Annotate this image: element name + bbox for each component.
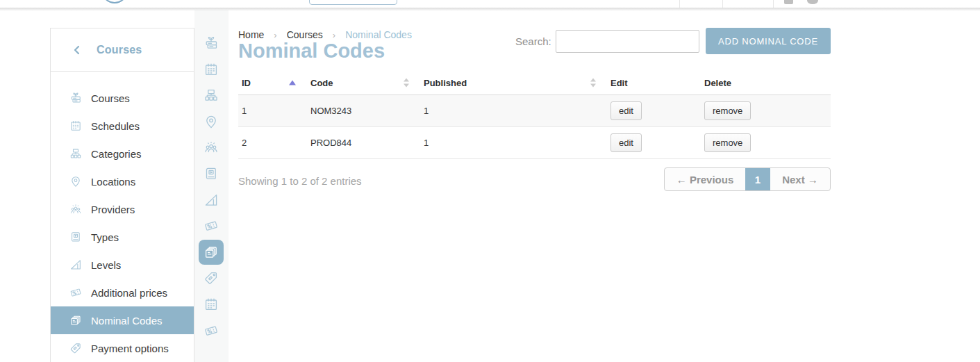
payment-options-icon bbox=[203, 270, 219, 286]
nominal-codes-table: ID Code Published Edit Delete bbox=[238, 72, 831, 159]
rail-item-levels[interactable] bbox=[199, 188, 224, 213]
sidebar-nav: Courses Schedules Categories Locations P… bbox=[51, 72, 194, 362]
pagination-previous-button[interactable]: ← Previous bbox=[665, 168, 745, 190]
header-divider bbox=[773, 0, 774, 8]
column-header-id[interactable]: ID bbox=[238, 72, 307, 94]
levels-icon bbox=[203, 192, 219, 208]
edit-button[interactable]: edit bbox=[611, 133, 642, 152]
sidebar-item-levels[interactable]: Levels bbox=[51, 251, 194, 279]
header-action-icon[interactable] bbox=[784, 0, 793, 4]
payment-options-icon bbox=[69, 341, 83, 355]
types-icon bbox=[69, 230, 83, 244]
rail-item-categories[interactable] bbox=[199, 83, 224, 108]
sidebar-item-locations[interactable]: Locations bbox=[51, 167, 194, 195]
rail-item-nominal-codes[interactable] bbox=[199, 240, 224, 265]
header-shadow bbox=[0, 8, 980, 11]
column-header-published[interactable]: Published bbox=[420, 72, 607, 94]
sidebar-item-payment-options[interactable]: Payment options bbox=[51, 334, 194, 362]
column-header-delete: Delete bbox=[701, 72, 831, 94]
app-logo-icon[interactable] bbox=[101, 0, 128, 3]
header-search-input[interactable] bbox=[309, 0, 397, 5]
sidebar-item-categories[interactable]: Categories bbox=[51, 140, 194, 167]
sort-both-icon bbox=[404, 79, 409, 88]
rail-item-locations[interactable] bbox=[199, 109, 224, 134]
main-content: Home › Courses › Nominal Codes Nominal C… bbox=[238, 0, 831, 362]
sort-ascending-icon bbox=[289, 81, 296, 85]
rail-item-courses[interactable] bbox=[199, 31, 224, 56]
sidebar-item-additional-prices[interactable]: Additional prices bbox=[51, 279, 194, 306]
levels-icon bbox=[69, 258, 83, 272]
sidebar-item-types[interactable]: Types bbox=[51, 223, 194, 251]
calendar-icon bbox=[203, 296, 219, 313]
search-label: Search: bbox=[515, 35, 551, 47]
additional-prices-icon bbox=[69, 286, 83, 299]
breadcrumb-home[interactable]: Home bbox=[238, 29, 264, 40]
breadcrumb-courses[interactable]: Courses bbox=[287, 29, 323, 40]
sidebar-collapse-button[interactable]: Courses bbox=[51, 28, 194, 72]
pagination: ← Previous 1 Next → bbox=[664, 167, 831, 191]
breadcrumb: Home › Courses › Nominal Codes bbox=[238, 29, 412, 40]
breadcrumb-nominal-codes: Nominal Codes bbox=[345, 29, 412, 40]
table-info: Showing 1 to 2 of 2 entries bbox=[238, 175, 362, 187]
sidebar-item-schedules[interactable]: Schedules bbox=[51, 112, 194, 140]
table-header-row: ID Code Published Edit Delete bbox=[238, 72, 831, 94]
ticket-icon bbox=[203, 322, 219, 339]
cell-published: 1 bbox=[420, 94, 607, 126]
types-icon bbox=[203, 165, 219, 182]
cell-published: 1 bbox=[420, 126, 607, 158]
column-header-code[interactable]: Code bbox=[307, 72, 420, 94]
rail-item-ticket[interactable] bbox=[199, 318, 224, 343]
table-row: 2 PROD844 1 edit remove bbox=[238, 126, 831, 158]
sidebar: Courses Courses Schedules Categories Loc… bbox=[50, 28, 194, 362]
header-divider bbox=[679, 0, 680, 8]
table-search: Search: bbox=[515, 30, 699, 53]
header-action-icon[interactable] bbox=[807, 0, 818, 4]
pagination-page-1-button[interactable]: 1 bbox=[745, 168, 770, 190]
sidebar-item-providers[interactable]: Providers bbox=[51, 195, 194, 223]
nominal-codes-icon bbox=[203, 244, 219, 261]
breadcrumb-separator: › bbox=[333, 30, 335, 40]
categories-icon bbox=[203, 87, 219, 104]
cell-code: PROD844 bbox=[307, 126, 420, 158]
nominal-codes-icon bbox=[69, 313, 83, 327]
breadcrumb-separator: › bbox=[274, 30, 276, 40]
rail-item-payment-options[interactable] bbox=[199, 265, 224, 290]
rail-item-providers[interactable] bbox=[199, 135, 224, 160]
table-row: 1 NOM3243 1 edit remove bbox=[238, 94, 831, 126]
rail-item-schedules[interactable] bbox=[199, 57, 224, 82]
remove-button[interactable]: remove bbox=[704, 101, 751, 120]
pagination-next-button[interactable]: Next → bbox=[770, 168, 830, 190]
additional-prices-icon bbox=[203, 217, 219, 234]
icon-rail bbox=[194, 10, 229, 362]
header-divider bbox=[722, 0, 723, 8]
courses-icon bbox=[69, 91, 83, 105]
schedules-icon bbox=[69, 119, 83, 133]
cell-code: NOM3243 bbox=[307, 94, 420, 126]
search-input[interactable] bbox=[556, 30, 699, 53]
sidebar-item-nominal-codes[interactable]: Nominal Codes bbox=[51, 306, 194, 334]
column-header-edit: Edit bbox=[607, 72, 701, 94]
edit-button[interactable]: edit bbox=[611, 101, 642, 120]
app-header-partial bbox=[0, 0, 980, 8]
sidebar-item-courses[interactable]: Courses bbox=[51, 84, 194, 112]
page-title: Nominal Codes bbox=[238, 40, 385, 63]
add-nominal-code-button[interactable]: ADD NOMINAL CODE bbox=[706, 28, 831, 54]
locations-icon bbox=[69, 174, 83, 188]
chevron-left-icon bbox=[72, 44, 83, 56]
courses-icon bbox=[203, 35, 219, 51]
locations-icon bbox=[203, 113, 219, 130]
rail-item-additional-prices[interactable] bbox=[199, 213, 224, 238]
categories-icon bbox=[69, 147, 83, 161]
schedules-icon bbox=[203, 61, 219, 78]
cell-id: 1 bbox=[238, 94, 307, 126]
sidebar-title: Courses bbox=[97, 44, 142, 56]
providers-icon bbox=[203, 139, 219, 156]
rail-item-types[interactable] bbox=[199, 161, 224, 186]
cell-id: 2 bbox=[238, 126, 307, 158]
rail-item-calendar[interactable] bbox=[199, 292, 224, 317]
remove-button[interactable]: remove bbox=[704, 133, 751, 152]
providers-icon bbox=[69, 202, 83, 216]
sort-both-icon bbox=[590, 79, 596, 88]
